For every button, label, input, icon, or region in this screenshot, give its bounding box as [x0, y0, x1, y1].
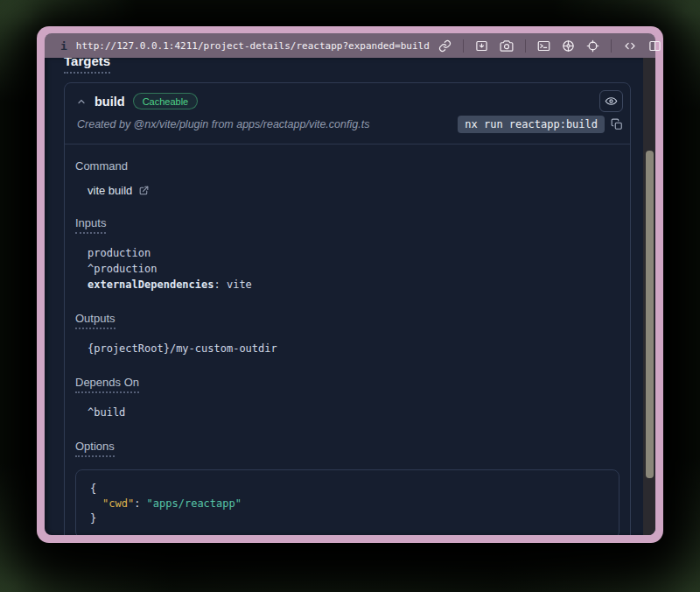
page-viewport: Targets build Cacheable Create	[45, 58, 655, 535]
target-icon[interactable]	[586, 39, 599, 53]
code-icon[interactable]	[623, 39, 637, 53]
input-item: ^production	[88, 261, 620, 277]
input-item-external-deps: externalDependencies: vite	[88, 277, 620, 292]
desktop-background: { "browser": { "info_glyph": "i", "url":…	[0, 0, 700, 592]
section-label-depends-on[interactable]: Depends On	[75, 376, 139, 393]
output-item: {projectRoot}/my-custom-outdir	[88, 341, 620, 356]
json-separator: :	[134, 497, 146, 510]
browser-window: i http://127.0.0.1:4211/project-details/…	[37, 26, 663, 543]
external-link-icon[interactable]	[138, 185, 150, 196]
section-label-command: Command	[75, 159, 128, 173]
toolbar-actions	[438, 39, 662, 53]
target-subheader: Created by @nx/vite/plugin from apps/rea…	[65, 111, 630, 144]
command-value-row: vite build	[88, 184, 620, 197]
scrollbar-track[interactable]	[643, 58, 655, 535]
browser-toolbar: i http://127.0.0.1:4211/project-details/…	[45, 33, 655, 58]
json-line: "cwd": "apps/reactapp"	[90, 497, 605, 511]
section-label-inputs[interactable]: Inputs	[75, 216, 106, 234]
depends-on-item: ^build	[88, 405, 620, 420]
json-key: "cwd"	[102, 497, 134, 510]
target-details: Command vite build Inputs production ^pr…	[65, 144, 630, 535]
target-name[interactable]: build	[94, 95, 125, 109]
console-icon[interactable]	[537, 39, 550, 53]
command-value: vite build	[88, 184, 132, 197]
json-line: }	[90, 511, 605, 526]
input-value: : vite	[214, 278, 252, 291]
section-label-outputs[interactable]: Outputs	[75, 312, 116, 329]
created-by-note: Created by @nx/vite/plugin from apps/rea…	[77, 118, 369, 130]
split-view-icon[interactable]	[648, 39, 662, 53]
eye-icon	[605, 95, 618, 108]
options-json-block: { "cwd": "apps/reactapp" }	[75, 469, 620, 535]
target-card-build: build Cacheable Created by @nx/vite/plug…	[64, 82, 631, 535]
info-icon: i	[60, 39, 67, 53]
url-text[interactable]: http://127.0.0.1:4211/project-details/re…	[76, 40, 430, 52]
project-details-page: Targets build Cacheable Create	[45, 58, 655, 535]
json-line: {	[90, 482, 605, 497]
run-command-chip: nx run reactapp:build	[458, 116, 605, 133]
toolbar-divider	[463, 39, 464, 53]
link-icon[interactable]	[438, 39, 452, 53]
view-in-graph-button[interactable]	[599, 90, 623, 112]
json-value: "apps/reactapp"	[147, 497, 242, 510]
section-label-options[interactable]: Options	[75, 440, 115, 457]
input-item: production	[88, 245, 620, 261]
element-picker-icon[interactable]	[475, 39, 488, 53]
page-title[interactable]: Targets	[64, 58, 110, 74]
input-key: externalDependencies	[88, 278, 214, 291]
network-wheel-icon[interactable]	[562, 39, 575, 53]
toolbar-divider	[611, 39, 612, 53]
cacheable-badge: Cacheable	[133, 93, 199, 109]
copy-icon[interactable]	[611, 118, 623, 130]
chevron-up-icon[interactable]	[76, 96, 87, 107]
target-header-build[interactable]: build Cacheable	[65, 83, 630, 111]
scrollbar-thumb[interactable]	[646, 151, 654, 478]
camera-icon[interactable]	[500, 39, 514, 53]
toolbar-divider	[525, 39, 526, 53]
